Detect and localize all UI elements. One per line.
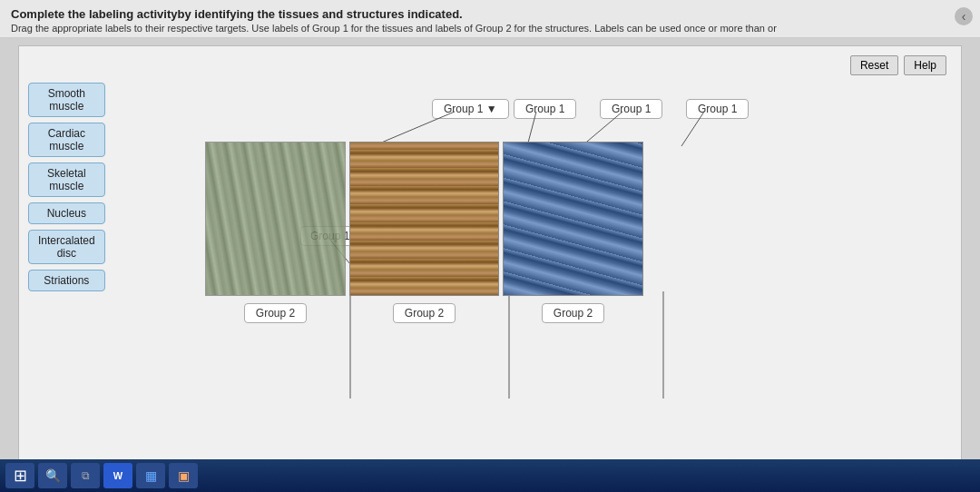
group1-label-top-2[interactable]: Group 1: [514, 99, 576, 119]
smooth-muscle-image: [205, 142, 346, 296]
image-col-3: Group 2: [503, 142, 643, 323]
image-col-1: Group 2: [205, 142, 346, 323]
label-smooth-muscle[interactable]: Smoothmuscle: [28, 83, 105, 117]
group1-label-top-1[interactable]: Group 1 ▼: [432, 99, 509, 119]
main-container: Reset Help Smoothmuscle Cardiacmuscle Sk…: [18, 45, 962, 472]
label-striations[interactable]: Striations: [28, 270, 105, 291]
image-col-2: Group 2: [349, 142, 499, 323]
page-title: Complete the labeling activityby identif…: [11, 7, 969, 21]
instructions: Drag the appropriate labels to their res…: [11, 23, 969, 34]
label-intercalated-disc[interactable]: Intercalateddisc: [28, 230, 105, 264]
skeletal-muscle-image: [503, 142, 643, 296]
group2-label-bottom-3[interactable]: Group 2: [542, 303, 604, 323]
word-button[interactable]: W: [103, 463, 132, 488]
group1-label-top-4[interactable]: Group 1: [686, 99, 749, 119]
reset-button[interactable]: Reset: [850, 55, 898, 75]
app-button-3[interactable]: ▣: [169, 463, 198, 488]
search-button[interactable]: 🔍: [38, 463, 67, 488]
back-button[interactable]: ‹: [955, 7, 973, 25]
taskbar: ⊞ 🔍 ⧉ W ▦ ▣: [0, 459, 980, 492]
group2-label-bottom-2[interactable]: Group 2: [393, 303, 456, 323]
label-skeletal-muscle[interactable]: Skeletalmuscle: [28, 162, 105, 197]
action-buttons: Reset Help: [850, 55, 946, 75]
cardiac-muscle-image: [349, 142, 499, 296]
label-nucleus[interactable]: Nucleus: [28, 202, 105, 224]
windows-button[interactable]: ⊞: [5, 463, 34, 488]
images-area: Group 2 Group 2 Group 2: [205, 142, 643, 323]
taskview-button[interactable]: ⧉: [71, 463, 100, 488]
group2-label-bottom-1[interactable]: Group 2: [244, 303, 307, 323]
help-button[interactable]: Help: [904, 55, 946, 75]
label-cardiac-muscle[interactable]: Cardiacmuscle: [28, 123, 105, 157]
header: Complete the labeling activityby identif…: [0, 0, 980, 38]
group1-label-top-3[interactable]: Group 1: [600, 99, 662, 119]
app-button-2[interactable]: ▦: [136, 463, 165, 488]
labels-sidebar: Smoothmuscle Cardiacmuscle Skeletalmuscl…: [28, 83, 105, 291]
